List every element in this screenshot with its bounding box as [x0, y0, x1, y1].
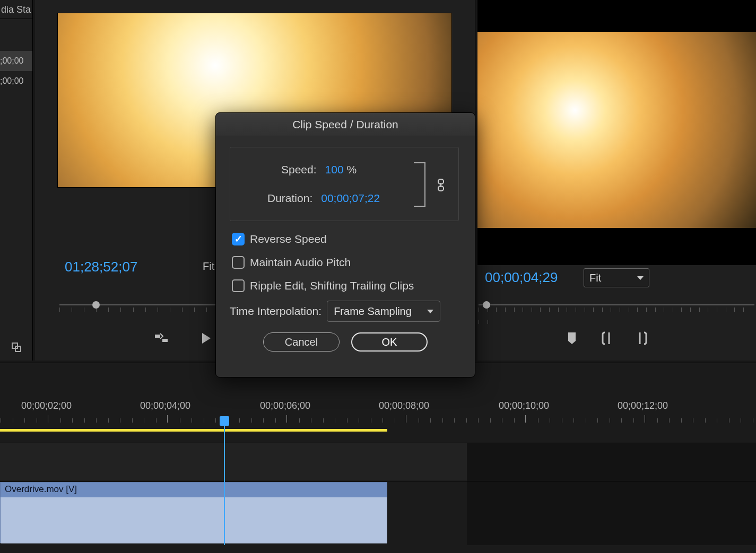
timeline-playhead[interactable]	[224, 416, 225, 545]
dialog-title: Clip Speed / Duration	[216, 113, 475, 136]
go-to-in-icon[interactable]	[195, 329, 214, 348]
ruler-label: 00;00;06;00	[260, 400, 310, 411]
mark-out-icon[interactable]	[632, 329, 651, 348]
ripple-edit-label: Ripple Edit, Shifting Trailing Clips	[250, 279, 414, 292]
ripple-edit-checkbox[interactable]	[232, 279, 245, 292]
link-icon[interactable]	[436, 178, 446, 192]
ripple-edit-row[interactable]: Ripple Edit, Shifting Trailing Clips	[232, 274, 461, 297]
sep	[0, 481, 756, 481]
program-zoom-select[interactable]: Fit	[584, 268, 649, 287]
insert-icon[interactable]	[152, 329, 171, 348]
timeline-panel: 00;00;02;0000;00;04;0000;00;06;0000;00;0…	[0, 363, 756, 553]
maintain-pitch-checkbox[interactable]	[232, 256, 245, 269]
playhead-dot[interactable]	[483, 301, 490, 309]
clip-speed-dialog: Clip Speed / Duration Speed: 100 % Durat…	[215, 112, 475, 378]
program-toolbar	[562, 329, 651, 348]
timeline-clip[interactable]: Overdrive.mov [V]	[0, 482, 387, 543]
ruler-label: 00;00;04;00	[140, 400, 190, 411]
left-panel: dia Sta ;00;00 ;00;00	[0, 0, 33, 361]
speed-value[interactable]: 100	[325, 163, 344, 176]
program-mini-timeline[interactable]	[479, 296, 754, 317]
source-zoom-label: Fit	[203, 260, 214, 273]
speed-unit: %	[347, 163, 357, 176]
clip-label: Overdrive.mov [V]	[1, 482, 387, 497]
reverse-speed-label: Reverse Speed	[250, 233, 327, 245]
time-interpolation-row: Time Interpolation: Frame Sampling	[230, 301, 461, 322]
reverse-speed-checkbox[interactable]	[232, 233, 245, 245]
dialog-buttons: Cancel OK	[230, 332, 461, 352]
speed-label: Speed:	[281, 163, 317, 176]
source-timecode[interactable]: 01;28;52;07	[65, 259, 137, 275]
chevron-down-icon	[637, 276, 644, 280]
ruler-label: 00;00;10;00	[499, 400, 549, 411]
speed-duration-group: Speed: 100 % Duration: 00;00;07;22	[230, 147, 459, 221]
sep	[0, 443, 756, 443]
link-bracket	[414, 162, 425, 207]
timeline-empty-area	[467, 443, 756, 545]
duration-value[interactable]: 00;00;07;22	[321, 192, 380, 205]
program-frame	[477, 32, 756, 228]
reverse-speed-row[interactable]: Reverse Speed	[232, 227, 461, 251]
ok-button[interactable]: OK	[351, 332, 428, 352]
ruler-label: 00;00;12;00	[618, 400, 668, 411]
playhead-dot[interactable]	[92, 301, 100, 309]
chevron-down-icon	[427, 310, 433, 313]
program-timecode[interactable]: 00;00;04;29	[485, 269, 558, 286]
time-interpolation-select[interactable]: Frame Sampling	[327, 301, 440, 322]
track	[479, 304, 754, 305]
program-zoom-label: Fit	[589, 272, 601, 284]
ruler-label: 00;00;02;00	[21, 400, 72, 411]
duration-label: Duration:	[267, 192, 312, 205]
panel-tab-truncated[interactable]: dia Sta	[0, 0, 32, 19]
mark-in-icon[interactable]	[597, 329, 616, 348]
time-interpolation-label: Time Interpolation:	[230, 305, 321, 318]
cancel-button[interactable]: Cancel	[263, 332, 340, 352]
work-area-bar[interactable]	[0, 429, 387, 432]
ruler-ticks	[0, 415, 756, 425]
maintain-pitch-row[interactable]: Maintain Audio Pitch	[232, 251, 461, 274]
left-item[interactable]: ;00;00	[0, 71, 32, 91]
new-item-icon[interactable]	[0, 334, 32, 361]
add-marker-icon[interactable]	[562, 329, 581, 348]
playhead-handle[interactable]	[220, 416, 229, 426]
clip-body	[1, 497, 387, 543]
maintain-pitch-label: Maintain Audio Pitch	[250, 256, 351, 269]
time-interpolation-value: Frame Sampling	[334, 305, 412, 318]
ruler-label: 00;00;08;00	[379, 400, 429, 411]
timeline-ruler[interactable]: 00;00;02;0000;00;04;0000;00;06;0000;00;0…	[0, 400, 756, 425]
program-preview[interactable]	[477, 0, 756, 265]
source-toolbar	[152, 329, 214, 348]
program-monitor: 00;00;04;29 Fit	[477, 0, 756, 361]
left-item-selected[interactable]: ;00;00	[0, 51, 32, 71]
